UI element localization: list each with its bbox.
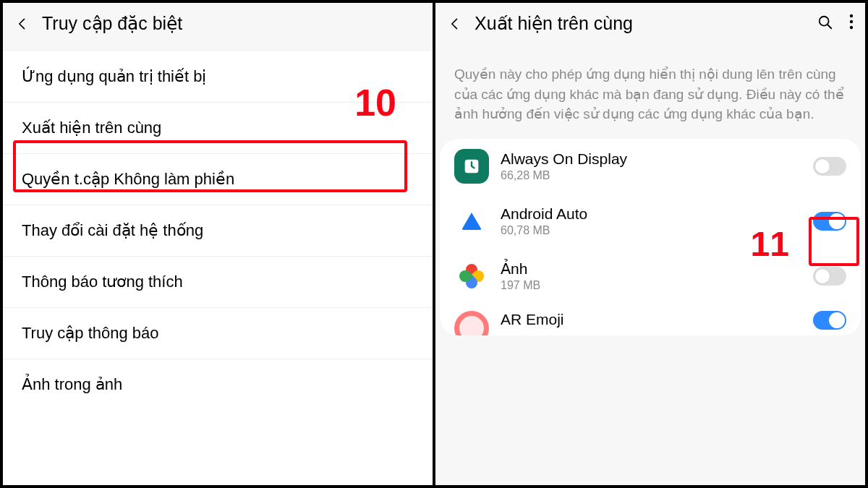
app-row-photos[interactable]: Ảnh 197 MB — [440, 249, 861, 304]
svg-point-4 — [850, 25, 853, 28]
panel-special-access: Truy cập đặc biệt Ứng dụng quản trị thiế… — [3, 3, 435, 485]
app-size: 66,28 MB — [501, 169, 801, 182]
svg-point-2 — [850, 14, 853, 17]
list-item-compat-notifications[interactable]: Thông báo tương thích — [3, 257, 433, 308]
page-title: Truy cập đặc biệt — [42, 13, 421, 34]
app-row-always-on-display[interactable]: Always On Display 66,28 MB — [440, 139, 861, 194]
app-name: Always On Display — [501, 150, 801, 168]
list-item-dnd-access[interactable]: Quyền t.cập Không làm phiền — [3, 154, 433, 205]
app-icon — [454, 311, 489, 335]
toggle-switch[interactable] — [813, 212, 846, 231]
permission-description: Quyền này cho phép ứng dụng hiển thị nội… — [435, 51, 865, 139]
toggle-switch[interactable] — [813, 157, 846, 176]
header: Truy cập đặc biệt — [3, 3, 433, 51]
svg-point-3 — [850, 20, 853, 22]
search-icon[interactable] — [817, 14, 833, 33]
panel-appear-on-top: Xuất hiện trên cùng Quyền này cho phép ứ… — [435, 3, 865, 485]
app-row-ar-emoji[interactable]: AR Emoji — [440, 304, 861, 335]
app-size: 197 MB — [501, 279, 801, 292]
more-icon[interactable] — [849, 14, 854, 34]
header: Xuất hiện trên cùng — [435, 3, 865, 51]
toggle-switch[interactable] — [813, 267, 846, 286]
svg-line-1 — [827, 24, 832, 28]
app-name: Android Auto — [501, 205, 801, 223]
app-list: Always On Display 66,28 MB Android Auto … — [440, 139, 861, 335]
toggle-switch[interactable] — [813, 311, 846, 330]
app-icon — [454, 149, 489, 184]
app-icon — [454, 259, 489, 294]
back-icon[interactable] — [14, 16, 30, 32]
list-item-modify-system[interactable]: Thay đổi cài đặt hệ thống — [3, 205, 433, 257]
page-title: Xuất hiện trên cùng — [475, 13, 806, 34]
annotation-step-number: 11 — [751, 224, 789, 264]
list-item-pip[interactable]: Ảnh trong ảnh — [3, 359, 433, 410]
list-item-notification-access[interactable]: Truy cập thông báo — [3, 308, 433, 359]
app-row-android-auto[interactable]: Android Auto 60,78 MB — [440, 194, 861, 249]
back-icon[interactable] — [447, 16, 463, 32]
app-name: AR Emoji — [501, 311, 801, 328]
annotation-step-number: 10 — [354, 81, 396, 124]
app-icon — [454, 204, 489, 239]
